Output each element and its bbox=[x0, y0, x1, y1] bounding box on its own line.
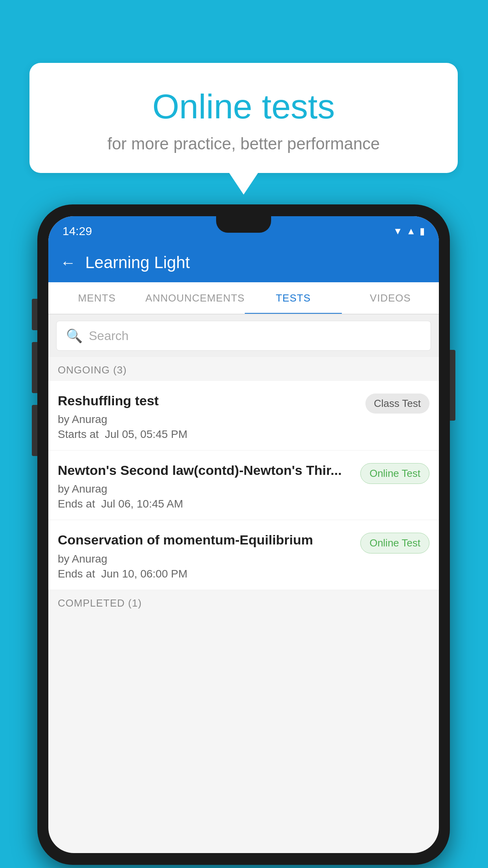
test-info-2: Newton's Second law(contd)-Newton's Thir… bbox=[58, 462, 354, 510]
test-list: Reshuffling test by Anurag Starts at Jul… bbox=[48, 381, 439, 590]
tab-ments[interactable]: MENTS bbox=[48, 282, 145, 314]
phone-frame: 14:29 ▼ ▲ ▮ ← Learning Light MENTS ANNOU… bbox=[37, 204, 450, 865]
test-date-3: Ends at Jun 10, 06:00 PM bbox=[58, 568, 354, 580]
silent-button[interactable] bbox=[32, 405, 37, 456]
app-bar: ← Learning Light bbox=[48, 243, 439, 282]
search-bar[interactable]: 🔍 Search bbox=[56, 321, 431, 351]
ongoing-section-header: ONGOING (3) bbox=[48, 357, 439, 381]
status-time: 14:29 bbox=[62, 224, 92, 238]
app-title: Learning Light bbox=[85, 253, 190, 272]
test-info-3: Conservation of momentum-Equilibrium by … bbox=[58, 531, 354, 580]
badge-online-test-2: Online Test bbox=[360, 463, 429, 484]
back-button[interactable]: ← bbox=[60, 254, 76, 272]
test-item-2[interactable]: Newton's Second law(contd)-Newton's Thir… bbox=[48, 451, 439, 520]
power-button[interactable] bbox=[450, 350, 455, 421]
search-input[interactable]: Search bbox=[89, 329, 128, 343]
tab-tests[interactable]: TESTS bbox=[245, 282, 342, 314]
test-date-1: Starts at Jul 05, 05:45 PM bbox=[58, 428, 359, 441]
test-title-2: Newton's Second law(contd)-Newton's Thir… bbox=[58, 462, 354, 479]
badge-class-test-1: Class Test bbox=[365, 394, 429, 414]
badge-online-test-3: Online Test bbox=[360, 533, 429, 554]
volume-down-button[interactable] bbox=[32, 342, 37, 393]
battery-icon: ▮ bbox=[420, 226, 425, 237]
phone-screen: 14:29 ▼ ▲ ▮ ← Learning Light MENTS ANNOU… bbox=[48, 216, 439, 853]
tab-videos[interactable]: VIDEOS bbox=[342, 282, 439, 314]
completed-section-header: COMPLETED (1) bbox=[48, 590, 439, 614]
speech-bubble: Online tests for more practice, better p… bbox=[29, 63, 458, 173]
search-container: 🔍 Search bbox=[48, 314, 439, 357]
bubble-subtitle: for more practice, better performance bbox=[49, 134, 438, 153]
test-by-2: by Anurag bbox=[58, 483, 354, 495]
bubble-title: Online tests bbox=[49, 86, 438, 127]
phone-notch bbox=[216, 216, 271, 233]
phone-frame-wrapper: 14:29 ▼ ▲ ▮ ← Learning Light MENTS ANNOU… bbox=[37, 204, 450, 865]
signal-icon: ▲ bbox=[406, 226, 416, 237]
test-by-3: by Anurag bbox=[58, 553, 354, 565]
tabs-bar: MENTS ANNOUNCEMENTS TESTS VIDEOS bbox=[48, 282, 439, 314]
search-icon: 🔍 bbox=[66, 328, 83, 344]
test-title-1: Reshuffling test bbox=[58, 392, 359, 409]
test-item-3[interactable]: Conservation of momentum-Equilibrium by … bbox=[48, 520, 439, 590]
test-by-1: by Anurag bbox=[58, 413, 359, 426]
tab-announcements[interactable]: ANNOUNCEMENTS bbox=[145, 282, 245, 314]
test-info-1: Reshuffling test by Anurag Starts at Jul… bbox=[58, 392, 359, 441]
test-date-2: Ends at Jul 06, 10:45 AM bbox=[58, 498, 354, 510]
status-icons: ▼ ▲ ▮ bbox=[393, 226, 425, 237]
test-item-1[interactable]: Reshuffling test by Anurag Starts at Jul… bbox=[48, 381, 439, 451]
test-title-3: Conservation of momentum-Equilibrium bbox=[58, 531, 354, 548]
volume-up-button[interactable] bbox=[32, 299, 37, 330]
wifi-icon: ▼ bbox=[393, 226, 402, 237]
